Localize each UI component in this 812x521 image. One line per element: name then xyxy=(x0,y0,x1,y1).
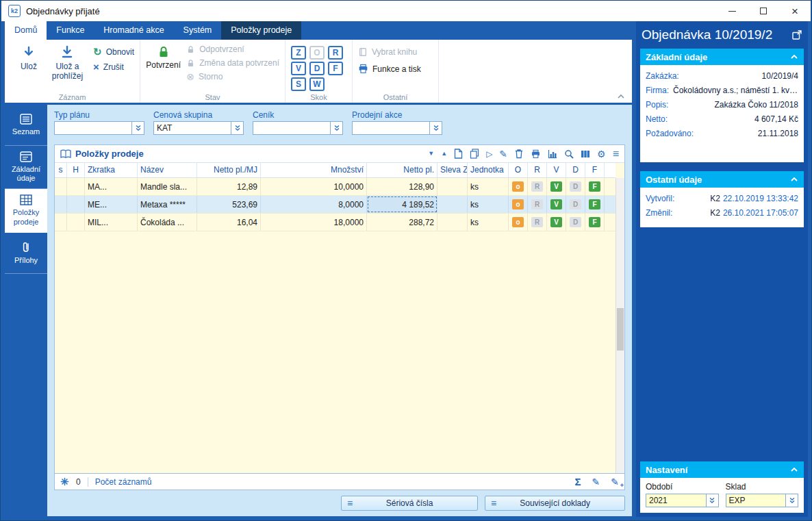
expand-panel-icon[interactable] xyxy=(791,29,802,40)
dropdown-button[interactable] xyxy=(330,122,342,134)
copy-record-icon[interactable] xyxy=(470,149,479,159)
cell-jednotka[interactable]: ks xyxy=(468,196,509,213)
new-record-icon[interactable] xyxy=(454,149,463,159)
field-value[interactable]: Zakázka Čoko 11/2018 xyxy=(672,98,798,112)
cell-netto[interactable]: 128,90 xyxy=(367,178,437,195)
cell-nazev[interactable]: Čokoláda ... xyxy=(138,214,197,231)
section-header-basic[interactable]: Základní údaje xyxy=(640,49,804,65)
column-header-f[interactable]: F xyxy=(585,163,605,177)
tab-polozky-prodeje[interactable]: Položky prodeje xyxy=(221,21,301,40)
confirm-button[interactable]: Potvrzení xyxy=(146,43,181,92)
column-header-h[interactable]: H xyxy=(67,163,85,177)
maximize-button[interactable] xyxy=(748,1,779,21)
jump-w-button[interactable]: W xyxy=(309,77,325,91)
column-header-s[interactable]: s xyxy=(55,163,67,177)
cancel-button[interactable]: × Zrušit xyxy=(93,62,134,72)
collapse-icon[interactable] xyxy=(790,177,798,182)
cell-zkratka[interactable]: ME... xyxy=(85,196,138,213)
tab-funkce[interactable]: Funkce xyxy=(47,21,94,40)
cell-jednotka[interactable]: ks xyxy=(468,178,509,195)
sidebar-item-prilohy[interactable]: Přílohy xyxy=(5,233,47,274)
period-dropdown[interactable]: 2021 xyxy=(646,494,719,507)
cell-netto-mj[interactable]: 12,89 xyxy=(197,178,261,195)
tab-system[interactable]: Systém xyxy=(174,21,222,40)
delete-icon[interactable] xyxy=(514,149,524,159)
dropdown-button[interactable] xyxy=(131,122,144,134)
functions-print-button[interactable]: Funkce a tisk xyxy=(358,64,433,74)
cell-mnozstvi[interactable]: 18,0000 xyxy=(261,214,367,231)
tab-domu[interactable]: Domů xyxy=(5,21,47,40)
field-value[interactable]: Čokoládovny a.s.; náměstí 1. květn... xyxy=(673,84,798,98)
dropdown-button[interactable] xyxy=(785,494,798,507)
jump-d-button[interactable]: D xyxy=(309,62,325,75)
cell-netto-mj[interactable]: 16,04 xyxy=(197,214,261,231)
sort-desc-icon[interactable]: ▼ xyxy=(428,151,434,157)
collapse-icon[interactable] xyxy=(790,54,798,60)
field-value[interactable]: 21.11.2018 xyxy=(698,127,798,141)
collapse-icon[interactable] xyxy=(790,467,798,472)
edit-record-icon[interactable]: ✎ xyxy=(592,476,600,487)
refresh-button[interactable]: ↻ Obnovit xyxy=(93,47,134,57)
run-icon[interactable]: ▷ xyxy=(486,150,492,158)
settings-gear-icon[interactable]: ⚙ xyxy=(597,149,606,159)
serial-numbers-button[interactable]: ≡ Sériová čísla xyxy=(341,496,478,511)
cell-netto[interactable]: 288,72 xyxy=(367,214,437,231)
column-header-v[interactable]: V xyxy=(547,163,566,177)
jump-s-button[interactable]: S xyxy=(291,77,306,91)
column-header-netto-mj[interactable]: Netto pl./MJ xyxy=(197,163,261,177)
column-header-d[interactable]: D xyxy=(566,163,585,177)
close-button[interactable]: × xyxy=(779,1,811,21)
sidebar-item-polozky-prodeje[interactable]: Položky prodeje xyxy=(5,189,47,232)
sidebar-item-seznam[interactable]: Seznam xyxy=(5,105,47,146)
column-header-mnozstvi[interactable]: Množství xyxy=(261,163,367,177)
jump-v-button[interactable]: V xyxy=(291,62,306,75)
typ-planu-dropdown[interactable] xyxy=(54,121,144,135)
tab-hromadne-akce[interactable]: Hromadné akce xyxy=(94,21,173,40)
table-row[interactable]: MA... Mandle sla... 12,89 10,0000 128,90… xyxy=(55,178,616,196)
sidebar-item-zakladni-udaje[interactable]: Základní údaje xyxy=(5,146,47,189)
section-header-other[interactable]: Ostatní údaje xyxy=(640,171,804,188)
ribbon-collapse-button[interactable] xyxy=(617,94,625,99)
cell-zkratka[interactable]: MIL... xyxy=(85,214,138,231)
section-header-settings[interactable]: Nastavení xyxy=(640,461,804,478)
jump-z-button[interactable]: Z xyxy=(291,46,306,60)
jump-f-button[interactable]: F xyxy=(328,62,343,75)
cell-sleva[interactable] xyxy=(437,196,468,213)
cell-mnozstvi[interactable]: 8,0000 xyxy=(261,196,367,213)
cell-netto-mj[interactable]: 523,69 xyxy=(197,196,261,213)
cell-netto-focused[interactable]: 4 189,52 xyxy=(367,196,437,213)
table-menu-icon[interactable]: ≡ xyxy=(613,149,619,160)
cell-nazev[interactable]: Metaxa ***** xyxy=(138,196,197,213)
sum-icon[interactable]: Σ xyxy=(575,476,581,487)
columns-icon[interactable] xyxy=(581,149,590,159)
dropdown-button[interactable] xyxy=(231,122,243,134)
cell-sleva[interactable] xyxy=(437,178,468,195)
vertical-scrollbar[interactable] xyxy=(616,178,624,473)
column-header-r[interactable]: R xyxy=(528,163,547,177)
table-row-selected[interactable]: ME... Metaxa ***** 523,69 8,0000 4 189,5… xyxy=(55,196,616,214)
table-row[interactable]: MIL... Čokoláda ... 16,04 18,0000 288,72… xyxy=(55,214,616,231)
column-header-jednotka[interactable]: Jednotka xyxy=(468,163,509,177)
warehouse-dropdown[interactable]: EXP xyxy=(726,494,799,507)
cell-sleva[interactable] xyxy=(437,214,468,231)
column-header-o[interactable]: O xyxy=(509,163,528,177)
column-header-zkratka[interactable]: Zkratka xyxy=(85,163,138,177)
cenova-skupina-dropdown[interactable]: KAT xyxy=(153,121,244,135)
sort-asc-icon[interactable]: ▲ xyxy=(441,151,447,157)
edit-icon[interactable]: ✎ xyxy=(499,149,507,159)
cell-nazev[interactable]: Mandle sla... xyxy=(138,178,197,195)
column-header-nazev[interactable]: Název xyxy=(138,163,197,177)
dropdown-button[interactable] xyxy=(429,122,442,134)
cell-zkratka[interactable]: MA... xyxy=(85,178,138,195)
cell-jednotka[interactable]: ks xyxy=(468,214,509,231)
edit-add-icon[interactable]: ✎+ xyxy=(611,476,619,487)
column-header-sleva[interactable]: Sleva Z xyxy=(437,163,468,177)
prodejni-akce-dropdown[interactable] xyxy=(352,121,442,135)
column-header-netto[interactable]: Netto pl. xyxy=(367,163,437,177)
related-documents-button[interactable]: ≡ Související doklady xyxy=(485,496,625,511)
scrollbar-thumb[interactable] xyxy=(617,308,624,351)
search-icon[interactable] xyxy=(564,149,574,159)
field-value[interactable]: 4 607,14 Kč xyxy=(672,112,798,127)
print-icon[interactable] xyxy=(531,149,541,159)
save-button[interactable]: Ulož xyxy=(10,43,47,92)
